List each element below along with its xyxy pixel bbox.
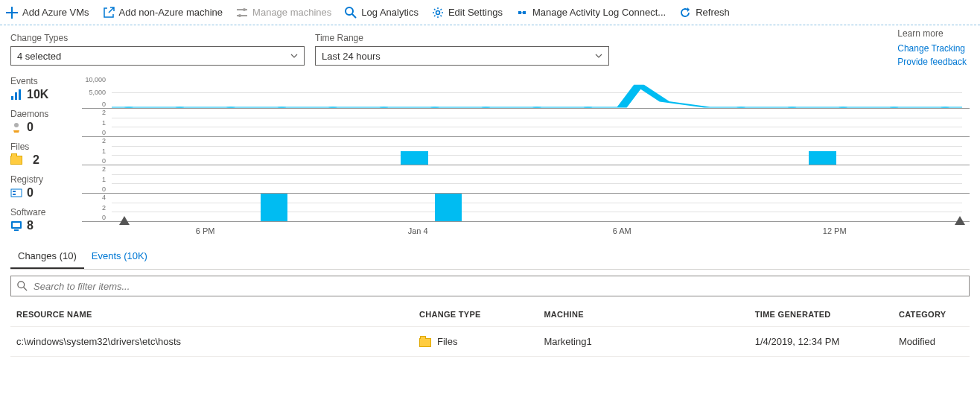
svg-point-0 xyxy=(243,8,246,11)
col-resource[interactable]: RESOURCE NAME xyxy=(10,302,413,327)
label: Refresh xyxy=(696,7,730,18)
change-types-dropdown[interactable]: 4 selected xyxy=(10,46,305,66)
time-range-filter: Time Range Last 24 hours xyxy=(315,33,609,66)
svg-point-12 xyxy=(176,107,184,108)
filter-label: Time Range xyxy=(315,33,609,43)
chevron-down-icon xyxy=(595,52,602,60)
svg-point-4 xyxy=(14,123,19,127)
svg-rect-10 xyxy=(14,229,19,231)
results-table: RESOURCE NAME CHANGE TYPE MACHINE TIME G… xyxy=(10,302,970,357)
svg-point-25 xyxy=(941,107,949,108)
label: Manage Activity Log Connect... xyxy=(532,7,666,18)
svg-point-21 xyxy=(736,107,745,108)
svg-point-3 xyxy=(436,10,439,14)
bar-chart-icon xyxy=(10,89,22,101)
chart-area: Events 10K Daemons 0 Files 2 Registry xyxy=(0,66,980,240)
sliders-icon xyxy=(236,7,248,19)
cell-change-type: Files xyxy=(413,327,538,357)
svg-point-13 xyxy=(226,107,235,108)
edit-settings-button[interactable]: Edit Settings xyxy=(432,7,503,19)
svg-point-15 xyxy=(328,107,337,108)
svg-point-16 xyxy=(380,107,388,108)
stats-column: Events 10K Daemons 0 Files 2 Registry xyxy=(10,76,82,240)
svg-point-18 xyxy=(482,107,490,108)
range-handle-right[interactable] xyxy=(955,216,965,225)
svg-point-2 xyxy=(346,7,353,15)
label: Add Azure VMs xyxy=(22,7,89,18)
stat-label: Events xyxy=(10,76,82,86)
col-change-type[interactable]: CHANGE TYPE xyxy=(413,302,538,327)
software-icon xyxy=(10,220,22,232)
add-non-azure-button[interactable]: Add non-Azure machine xyxy=(103,7,223,19)
chevron-down-icon xyxy=(290,52,298,60)
svg-point-20 xyxy=(584,107,592,108)
stat-value: 0 xyxy=(27,121,34,134)
time-axis: 6 PM Jan 4 6 AM 12 PM xyxy=(112,222,962,240)
learn-more-header: Learn more xyxy=(897,28,967,39)
stat-label: Software xyxy=(10,207,82,217)
search-box[interactable] xyxy=(10,276,970,296)
files-chart[interactable]: 210 xyxy=(82,137,970,165)
svg-rect-6 xyxy=(13,191,16,192)
change-types-filter: Change Types 4 selected xyxy=(10,33,305,66)
label: Manage machines xyxy=(252,7,331,18)
events-line xyxy=(112,76,962,108)
manage-machines-button: Manage machines xyxy=(236,7,331,19)
label: Add non-Azure machine xyxy=(119,7,223,18)
col-category[interactable]: CATEGORY xyxy=(893,302,970,327)
cell-category: Modified xyxy=(893,327,970,357)
search-input[interactable] xyxy=(32,280,963,293)
provide-feedback-link[interactable]: Provide feedback xyxy=(897,57,967,67)
registry-icon xyxy=(10,187,22,199)
toolbar: Add Azure VMs Add non-Azure machine Mana… xyxy=(0,0,980,25)
events-chart[interactable]: 10,0005,0000 xyxy=(82,76,970,109)
search-icon xyxy=(345,7,357,19)
stat-label: Files xyxy=(10,142,82,152)
change-tracking-link[interactable]: Change Tracking xyxy=(897,43,967,54)
gear-icon xyxy=(432,7,444,19)
stat-value: 0 xyxy=(27,186,34,200)
stat-label: Registry xyxy=(10,174,82,185)
tab-changes[interactable]: Changes (10) xyxy=(10,244,84,269)
dropdown-value: Last 24 hours xyxy=(322,51,381,62)
tab-events[interactable]: Events (10K) xyxy=(84,244,155,269)
header-row: RESOURCE NAME CHANGE TYPE MACHINE TIME G… xyxy=(10,302,970,327)
col-machine[interactable]: MACHINE xyxy=(538,302,748,327)
log-analytics-button[interactable]: Log Analytics xyxy=(345,7,419,19)
software-chart[interactable]: 420 xyxy=(82,194,970,222)
svg-rect-9 xyxy=(13,223,20,227)
learn-more-panel: Learn more Change Tracking Provide feedb… xyxy=(897,28,967,70)
add-azure-vms-button[interactable]: Add Azure VMs xyxy=(6,7,89,19)
service-icon xyxy=(10,121,22,133)
connection-icon xyxy=(516,7,528,19)
cell-resource: c:\windows\system32\drivers\etc\hosts xyxy=(10,327,413,357)
table-row[interactable]: c:\windows\system32\drivers\etc\hosts Fi… xyxy=(10,327,970,357)
filters-row: Change Types 4 selected Time Range Last … xyxy=(0,25,980,66)
stat-value: 2 xyxy=(33,153,39,167)
svg-point-26 xyxy=(18,282,25,288)
refresh-button[interactable]: Refresh xyxy=(679,7,730,19)
registry-chart[interactable]: 210 xyxy=(82,165,970,194)
search-icon xyxy=(17,281,28,291)
label: Edit Settings xyxy=(448,7,503,18)
files-stat: Files 2 xyxy=(10,142,82,167)
stat-value: 10K xyxy=(27,88,48,101)
tabs: Changes (10) Events (10K) xyxy=(10,244,970,270)
time-range-dropdown[interactable]: Last 24 hours xyxy=(315,46,609,66)
search-row xyxy=(0,270,980,302)
svg-point-11 xyxy=(124,107,133,108)
range-handle-left[interactable] xyxy=(119,216,130,225)
manage-activity-button[interactable]: Manage Activity Log Connect... xyxy=(516,7,666,19)
col-time[interactable]: TIME GENERATED xyxy=(749,302,893,327)
events-stat: Events 10K xyxy=(10,76,82,101)
software-stat: Software 8 xyxy=(10,207,82,232)
svg-point-14 xyxy=(278,107,286,108)
svg-rect-5 xyxy=(11,189,22,197)
stat-value: 8 xyxy=(27,219,34,232)
stat-label: Daemons xyxy=(10,109,82,119)
daemons-chart[interactable]: 210 xyxy=(82,109,970,137)
filter-label: Change Types xyxy=(10,33,305,43)
registry-stat: Registry 0 xyxy=(10,174,82,200)
refresh-icon xyxy=(679,7,691,19)
cell-time: 1/4/2019, 12:34 PM xyxy=(749,327,893,357)
